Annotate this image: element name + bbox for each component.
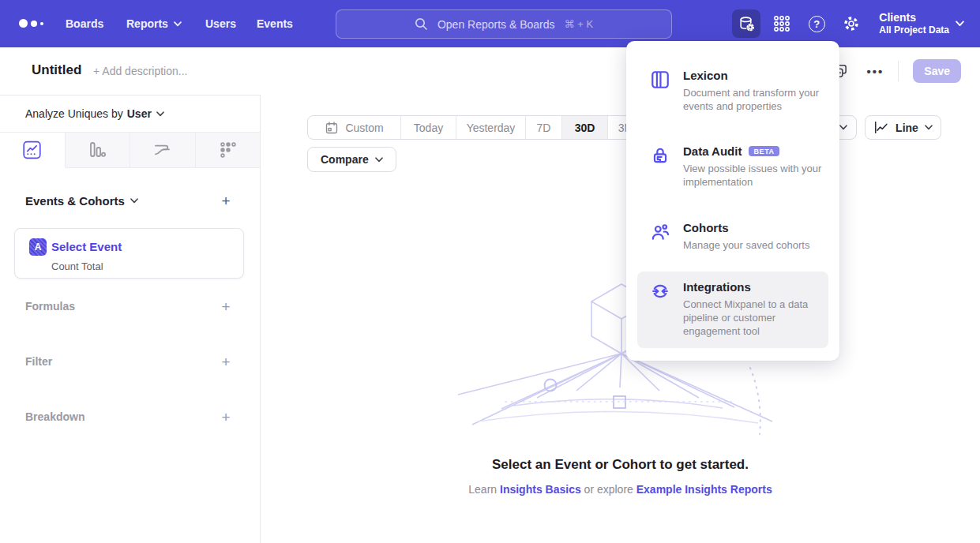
menu-item-title: Cohorts [683,221,827,234]
lexicon-icon [650,69,670,90]
chevron-down-icon [925,125,933,130]
project-name: All Project Data [879,24,949,36]
chevron-down-icon [956,21,964,27]
tab-metrics-grid[interactable] [196,133,261,168]
example-insights-reports-link[interactable]: Example Insights Reports [636,483,772,496]
database-gear-icon [738,15,756,33]
nav-events[interactable]: Events [257,0,293,47]
empty-state-subtitle: Learn Insights Basics or explore Example… [261,483,980,496]
filter-label: Filter [25,355,52,368]
data-audit-icon [650,145,670,166]
nav-users[interactable]: Users [205,0,236,47]
mixpanel-insights-page: Boards Reports Users Events Open Reports… [0,0,980,543]
apps-grid-icon [772,14,791,33]
event-card[interactable]: A Select Event Count Total [14,228,244,279]
events-cohorts-section-header[interactable]: Events & Cohorts [25,194,138,208]
menu-item-description: Manage your saved cohorts [683,238,827,252]
chevron-down-icon [375,157,383,163]
data-management-popover: Lexicon Document and transform your even… [626,41,839,361]
chart-type-dropdown[interactable]: Line [865,115,941,140]
search-input[interactable]: Open Reports & Boards ⌘ + K [336,9,672,39]
count-total-label[interactable]: Count Total [51,260,103,272]
data-management-button[interactable] [732,9,760,38]
range-7d[interactable]: 7D [525,116,561,139]
learn-prefix: Learn [468,483,497,496]
report-actions: ••• Save [832,47,961,95]
menu-item-description: Document and transform your events and p… [683,86,827,113]
series-a-badge: A [29,238,47,256]
tab-insights-line[interactable] [0,133,66,168]
breakdown-label: Breakdown [25,410,84,423]
search-placeholder: Open Reports & Boards [437,18,555,31]
apps-grid-button[interactable] [772,13,792,34]
calendar-icon [325,121,339,135]
menu-item-description: Connect Mixpanel to a data pipeline or c… [683,298,827,338]
nav-right-cluster: ? Clients All Project Data [732,0,964,47]
chevron-down-icon [130,198,138,204]
chart-type-tabbar [0,133,260,168]
tab-bar-chart[interactable] [66,133,131,168]
top-navigation-bar: Boards Reports Users Events Open Reports… [0,0,980,47]
chevron-down-icon [839,125,847,130]
help-icon: ? [809,16,825,32]
query-builder-sidebar: Analyze Uniques by User [0,95,261,543]
search-icon [415,17,428,31]
line-chart-tab-icon [22,140,42,159]
dots-grid-tab-icon [218,140,237,159]
report-title[interactable]: Untitled [32,62,81,78]
nav-boards[interactable]: Boards [66,0,103,47]
menu-item-integrations[interactable]: Integrations Connect Mixpanel to a data … [637,272,828,348]
menu-item-cohorts[interactable]: Cohorts Manage your saved cohorts [637,212,828,262]
or-explore-text: or explore [584,483,633,496]
help-button[interactable]: ? [806,13,827,34]
settings-button[interactable] [841,13,862,34]
menu-item-description: View possible issues with your implement… [683,162,827,189]
bar-chart-tab-icon [88,140,107,159]
insights-basics-link[interactable]: Insights Basics [500,483,581,496]
compare-dropdown[interactable]: Compare [307,147,396,172]
analyze-uniques-dropdown[interactable]: Analyze Uniques by User [0,95,260,133]
range-30d[interactable]: 30D [561,116,607,139]
menu-item-title: Integrations [683,280,827,294]
menu-item-data-audit[interactable]: Data Audit BETA View possible issues wit… [637,136,828,199]
analyze-label: Analyze Uniques by [25,107,123,120]
report-canvas: Custom Today Yesterday 7D 30D 3M 6M Line… [261,95,980,543]
chevron-down-icon [156,111,164,117]
select-event-label[interactable]: Select Event [51,240,122,253]
divider [898,61,899,81]
menu-item-title: Data Audit BETA [683,144,827,158]
formulas-label: Formulas [25,300,75,313]
search-shortcut: ⌘ + K [565,18,594,30]
integrations-icon [650,281,670,301]
add-event-button[interactable]: + [220,195,232,208]
menu-item-title: Lexicon [683,69,827,82]
range-yesterday[interactable]: Yesterday [456,116,525,139]
flow-sankey-tab-icon [152,140,172,159]
add-formula-button[interactable]: + [220,301,232,313]
chevron-down-icon [174,21,182,27]
beta-badge: BETA [749,146,779,156]
save-button[interactable]: Save [913,59,961,83]
add-filter-button[interactable]: + [220,356,232,369]
add-breakdown-button[interactable]: + [220,411,232,424]
menu-item-lexicon[interactable]: Lexicon Document and transform your even… [637,60,828,123]
more-options-button[interactable]: ••• [867,65,884,78]
nav-reports[interactable]: Reports [126,0,182,47]
empty-state-title: Select an Event or Cohort to get started… [261,457,980,473]
range-today[interactable]: Today [400,116,456,139]
cohorts-icon [650,222,670,242]
analyze-value: User [127,107,152,120]
line-chart-icon [873,120,889,135]
report-description-placeholder[interactable]: + Add description... [93,65,187,77]
tab-flow-chart[interactable] [130,133,196,168]
range-custom[interactable]: Custom [308,116,400,139]
project-switcher[interactable]: Clients All Project Data [879,11,949,37]
mixpanel-logo-icon[interactable] [19,19,43,28]
gear-icon [842,14,861,33]
org-name: Clients [879,11,949,25]
date-range-control: Custom Today Yesterday 7D 30D 3M 6M [307,115,681,140]
